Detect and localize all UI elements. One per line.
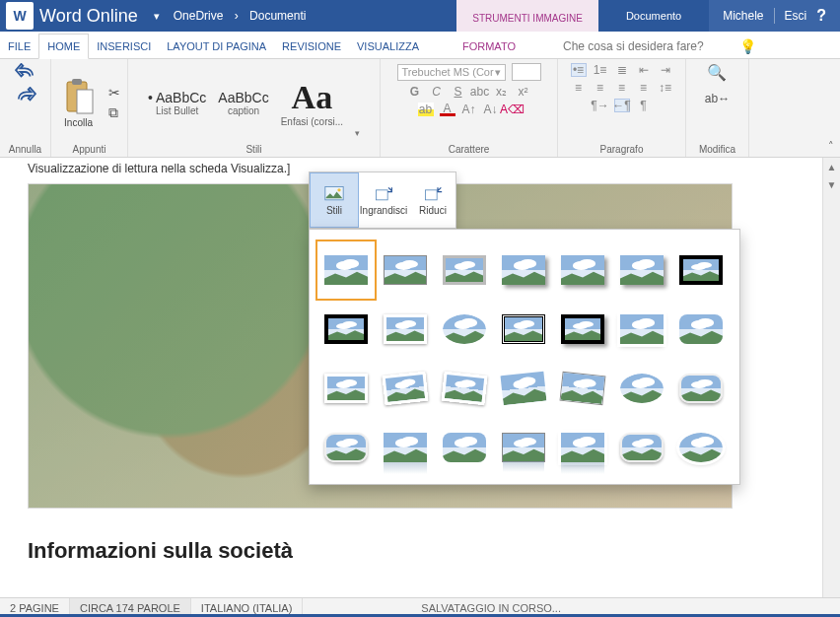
- picture-shrink-button[interactable]: Riduci: [408, 172, 457, 228]
- chevron-down-icon[interactable]: ▾: [154, 10, 160, 23]
- breadcrumb-leaf[interactable]: Documenti: [249, 9, 306, 23]
- copy-icon[interactable]: ⧉: [108, 104, 120, 121]
- tab-home[interactable]: HOME: [38, 34, 89, 59]
- signout-link[interactable]: Esci: [785, 9, 807, 23]
- tab-format[interactable]: FORMATO: [455, 34, 524, 58]
- italic-button[interactable]: C: [429, 85, 445, 99]
- picture-style-option[interactable]: [497, 421, 550, 474]
- picture-style-option[interactable]: [615, 303, 668, 356]
- indent-button[interactable]: ⇥: [658, 63, 673, 77]
- grow-font-button[interactable]: A↑: [461, 103, 477, 116]
- picture-style-option[interactable]: [556, 243, 609, 297]
- picture-style-option[interactable]: [379, 303, 432, 356]
- grow-icon: [374, 185, 393, 203]
- justify-button[interactable]: ≡: [636, 81, 652, 95]
- numbering-button[interactable]: 1≡: [593, 63, 608, 77]
- style-caption[interactable]: AaBbCc caption: [218, 90, 268, 116]
- picture-style-option[interactable]: [438, 303, 491, 356]
- picture-grow-button[interactable]: Ingrandisci: [359, 172, 408, 228]
- line-spacing-button[interactable]: ↕≡: [658, 81, 673, 95]
- account-user[interactable]: Michele: [723, 9, 763, 23]
- picture-style-option[interactable]: [674, 303, 728, 356]
- align-right-button[interactable]: ≡: [614, 81, 630, 95]
- outdent-button[interactable]: ⇤: [636, 63, 652, 77]
- picture-style-option[interactable]: [556, 421, 609, 474]
- align-left-button[interactable]: ≡: [571, 81, 587, 95]
- picture-style-option[interactable]: [319, 362, 373, 415]
- picture-style-option[interactable]: [497, 362, 550, 415]
- picture-style-option[interactable]: [319, 421, 373, 474]
- tab-view[interactable]: VISUALIZZA: [349, 34, 427, 58]
- picture-style-option[interactable]: [674, 362, 728, 415]
- strike-button[interactable]: abc: [472, 85, 488, 99]
- ribbon: Annulla Incolla ✂ ⧉ Appunti • AaBbCc Lis…: [0, 59, 840, 158]
- tab-review[interactable]: REVISIONE: [274, 34, 349, 58]
- picture-style-option[interactable]: [379, 243, 432, 297]
- rtl-button[interactable]: ←¶: [614, 99, 630, 112]
- redo-icon[interactable]: [15, 87, 36, 104]
- paste-label: Incolla: [64, 117, 93, 128]
- font-name-combo[interactable]: Trebuchet MS (Cor▾: [397, 64, 506, 81]
- picture-style-option[interactable]: [379, 362, 432, 415]
- document-name[interactable]: Documento: [598, 0, 709, 32]
- tell-me-box[interactable]: Che cosa si desidera fare? 💡: [563, 38, 756, 58]
- bullets-button[interactable]: •≡: [571, 63, 587, 77]
- ltr-button[interactable]: ¶→: [593, 99, 608, 112]
- picture-style-option[interactable]: [556, 362, 609, 415]
- show-marks-button[interactable]: ¶: [636, 99, 652, 112]
- scroll-down-icon[interactable]: ▼: [823, 175, 840, 193]
- tab-file[interactable]: FILE: [0, 34, 38, 58]
- picture-style-option[interactable]: [674, 243, 728, 297]
- picture-style-option[interactable]: [497, 303, 550, 356]
- style-list-bullet[interactable]: • AaBbCc List Bullet: [148, 90, 206, 116]
- picture-style-option[interactable]: [438, 362, 491, 415]
- word-logo-icon: W: [6, 2, 34, 30]
- find-icon[interactable]: 🔍: [707, 63, 727, 82]
- picture-style-option[interactable]: [379, 421, 432, 474]
- picture-style-option[interactable]: [674, 421, 728, 474]
- group-label-paragraph: Paragrafo: [600, 142, 644, 155]
- picture-style-option[interactable]: [556, 303, 609, 356]
- underline-button[interactable]: S: [451, 85, 466, 99]
- picture-style-option[interactable]: [497, 243, 550, 297]
- context-tab-image-tools[interactable]: STRUMENTI IMMAGINE: [456, 0, 598, 32]
- picture-style-option[interactable]: [319, 243, 373, 297]
- ribbon-tabs: FILE HOME INSERISCI LAYOUT DI PAGINA REV…: [0, 32, 840, 59]
- undo-icon[interactable]: [15, 63, 36, 81]
- picture-styles-button[interactable]: Stili: [310, 172, 359, 228]
- svg-rect-2: [77, 90, 93, 113]
- tab-layout[interactable]: LAYOUT DI PAGINA: [159, 34, 274, 58]
- align-center-button[interactable]: ≡: [593, 81, 608, 95]
- shrink-icon: [423, 185, 443, 203]
- breadcrumb[interactable]: OneDrive › Documenti: [170, 9, 311, 23]
- scroll-up-icon[interactable]: ▲: [823, 158, 840, 175]
- paste-button[interactable]: Incolla: [59, 74, 99, 132]
- picture-style-option[interactable]: [438, 243, 491, 297]
- picture-style-option[interactable]: [615, 243, 668, 297]
- picture-style-option[interactable]: [615, 421, 668, 474]
- style-emphasis[interactable]: Aa Enfasi (corsi...: [281, 79, 343, 127]
- highlight-button[interactable]: ab: [418, 103, 434, 116]
- font-size-combo[interactable]: [512, 63, 541, 81]
- collapse-ribbon-icon[interactable]: ˄: [828, 140, 834, 153]
- tab-insert[interactable]: INSERISCI: [89, 34, 159, 58]
- shrink-font-button[interactable]: A↓: [483, 103, 499, 116]
- picture-style-option[interactable]: [615, 362, 668, 415]
- picture-style-option[interactable]: [438, 421, 491, 474]
- font-color-button[interactable]: A: [440, 103, 455, 116]
- bold-button[interactable]: G: [407, 85, 423, 99]
- picture-style-option[interactable]: [319, 303, 373, 356]
- subscript-button[interactable]: x₂: [494, 85, 510, 99]
- superscript-button[interactable]: x²: [516, 85, 531, 99]
- replace-icon[interactable]: ab↔: [705, 92, 730, 105]
- style-name: caption: [218, 105, 268, 116]
- styles-more-icon[interactable]: ▾: [355, 128, 360, 142]
- vertical-scrollbar[interactable]: ▲ ▼: [822, 158, 840, 597]
- cut-icon[interactable]: ✂: [108, 85, 120, 101]
- help-icon[interactable]: ?: [816, 7, 826, 25]
- clear-format-button[interactable]: A⌫: [505, 103, 521, 116]
- style-name: List Bullet: [148, 105, 206, 116]
- group-label-character: Carattere: [449, 142, 490, 155]
- multilevel-button[interactable]: ≣: [614, 63, 630, 77]
- breadcrumb-root[interactable]: OneDrive: [174, 9, 224, 23]
